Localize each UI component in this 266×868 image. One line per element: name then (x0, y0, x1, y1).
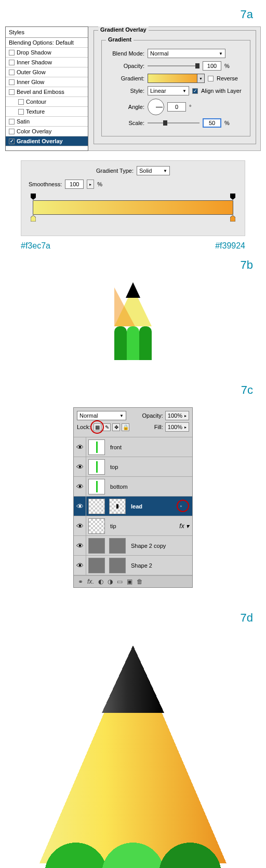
layer-blendmode-select[interactable]: Normal ▼ (77, 411, 126, 420)
link-icon[interactable]: ⚭ (78, 578, 83, 585)
opacity-slider[interactable] (148, 62, 200, 70)
style-item-outer-glow[interactable]: Outer Glow (6, 67, 88, 77)
visibility-icon[interactable]: 👁 (74, 556, 86, 575)
reverse-label: Reverse (217, 75, 238, 81)
visibility-icon[interactable]: 👁 (74, 437, 86, 457)
layer-thumbnail (109, 499, 126, 514)
mask-icon[interactable]: ◐ (98, 578, 103, 585)
layer-thumbnail (88, 518, 105, 534)
style-item-gradient-overlay[interactable]: ✓Gradient Overlay (6, 136, 88, 146)
svg-marker-1 (230, 194, 235, 200)
style-item-label: Outer Glow (17, 69, 46, 75)
checkbox-icon[interactable] (9, 50, 15, 56)
layer-row-front[interactable]: 👁front (74, 437, 192, 457)
new-layer-icon[interactable]: ▣ (127, 578, 132, 585)
folder-icon[interactable]: ▭ (117, 578, 123, 585)
lock-position-icon[interactable]: ✥ (112, 423, 120, 431)
layer-name-label: bottom (107, 484, 192, 490)
visibility-icon[interactable]: 👁 (74, 536, 86, 555)
layer-opacity-input[interactable]: 100%▸ (165, 411, 189, 420)
layer-name-label: front (107, 444, 192, 450)
style-item-color-overlay[interactable]: Color Overlay (6, 127, 88, 136)
scale-input[interactable]: 50 (203, 118, 221, 128)
step-7a-label: 7a (0, 0, 266, 26)
fill-input[interactable]: 100%▸ (165, 422, 189, 432)
checkbox-icon[interactable] (9, 60, 15, 65)
layer-name-label: lead (128, 503, 180, 509)
opacity-label: Opacity: (107, 63, 144, 69)
layer-thumbnail (88, 499, 105, 514)
svg-marker-2 (31, 215, 36, 222)
lock-transparency-icon[interactable]: ▦ (94, 423, 101, 431)
chevron-down-icon: ▼ (119, 414, 124, 418)
step-7c-label: 7c (0, 376, 266, 402)
layer-name-label: top (107, 464, 192, 470)
checkbox-icon[interactable] (9, 79, 15, 85)
pencil-illustration-zoomed (34, 635, 232, 868)
style-item-bevel-and-emboss[interactable]: Bevel and Emboss (6, 87, 88, 97)
style-item-contour[interactable]: Contour (6, 97, 88, 107)
chevron-down-icon[interactable]: ▼ (197, 74, 204, 82)
style-item-label: Satin (17, 118, 30, 125)
layer-row-shape-2-copy[interactable]: 👁Shape 2 copy (74, 536, 192, 556)
gradient-swatch[interactable]: ▼ (148, 74, 205, 83)
trash-icon[interactable]: 🗑 (137, 578, 143, 585)
checkbox-icon[interactable]: ✓ (9, 139, 15, 144)
gradtype-select[interactable]: Solid ▼ (137, 166, 170, 175)
checkbox-icon[interactable] (9, 129, 15, 134)
blendmode-select[interactable]: Normal ▼ (148, 49, 225, 58)
smart-object-icon: ▫ (180, 503, 192, 509)
style-item-texture[interactable]: Texture (6, 107, 88, 117)
opacity-stop-right[interactable] (230, 194, 235, 200)
deg-label: ° (189, 104, 191, 110)
lock-pixels-icon[interactable]: ✎ (103, 423, 111, 431)
smoothness-input[interactable]: 100 (65, 180, 84, 189)
style-item-label: Contour (26, 99, 46, 105)
color-stop-right[interactable] (230, 215, 235, 222)
checkbox-icon[interactable] (9, 70, 15, 75)
layer-row-tip[interactable]: 👁tipfx ▾ (74, 516, 192, 536)
opacity-input[interactable]: 100 (203, 61, 221, 71)
style-item-inner-glow[interactable]: Inner Glow (6, 77, 88, 87)
layer-style-dialog: Styles Blending Options: Default Drop Sh… (5, 26, 261, 151)
color-stop-left[interactable] (31, 215, 36, 222)
visibility-icon[interactable]: 👁 (74, 457, 86, 476)
scale-slider[interactable] (148, 119, 200, 127)
lock-all-icon[interactable]: 🔒 (122, 423, 129, 431)
layer-row-top[interactable]: 👁top (74, 457, 192, 477)
blendmode-label: Blend Mode: (107, 50, 144, 57)
opacity-stop-left[interactable] (31, 194, 36, 200)
checkbox-icon[interactable] (18, 99, 24, 105)
hex-right: #f39924 (215, 241, 245, 251)
fx-icon[interactable]: fx. (87, 578, 94, 585)
svg-marker-0 (31, 194, 36, 200)
style-select[interactable]: Linear ▼ (148, 86, 189, 95)
visibility-icon[interactable]: 👁 (74, 477, 86, 496)
angle-input[interactable]: 0 (167, 102, 186, 112)
fx-badge-icon[interactable]: fx ▾ (179, 522, 192, 530)
visibility-icon[interactable]: 👁 (74, 497, 86, 516)
style-item-label: Bevel and Emboss (17, 89, 64, 95)
smoothness-stepper[interactable]: ▸ (87, 180, 94, 189)
checkbox-icon[interactable] (9, 119, 15, 125)
style-value: Linear (150, 88, 166, 94)
layer-row-shape-2[interactable]: 👁Shape 2 (74, 556, 192, 575)
gradient-editor: Gradient Type: Solid ▼ Smoothness: 100 ▸… (21, 160, 245, 236)
pct-label: % (97, 181, 102, 187)
checkbox-icon[interactable] (9, 89, 15, 95)
layer-row-lead[interactable]: 👁lead▫ (74, 497, 192, 516)
style-item-drop-shadow[interactable]: Drop Shadow (6, 48, 88, 58)
reverse-checkbox[interactable] (208, 76, 214, 81)
layer-thumbnail (88, 459, 105, 475)
blending-options-item[interactable]: Blending Options: Default (6, 38, 88, 48)
style-item-inner-shadow[interactable]: Inner Shadow (6, 58, 88, 67)
angle-dial[interactable] (148, 99, 164, 115)
checkbox-icon[interactable] (18, 109, 24, 115)
layer-row-bottom[interactable]: 👁bottom (74, 477, 192, 497)
visibility-icon[interactable]: 👁 (74, 516, 86, 535)
gradient-ramp[interactable] (33, 200, 233, 215)
adjustment-icon[interactable]: ◑ (108, 578, 113, 585)
align-checkbox[interactable]: ✓ (192, 88, 198, 94)
layer-thumbnail (109, 538, 126, 554)
style-item-satin[interactable]: Satin (6, 117, 88, 127)
